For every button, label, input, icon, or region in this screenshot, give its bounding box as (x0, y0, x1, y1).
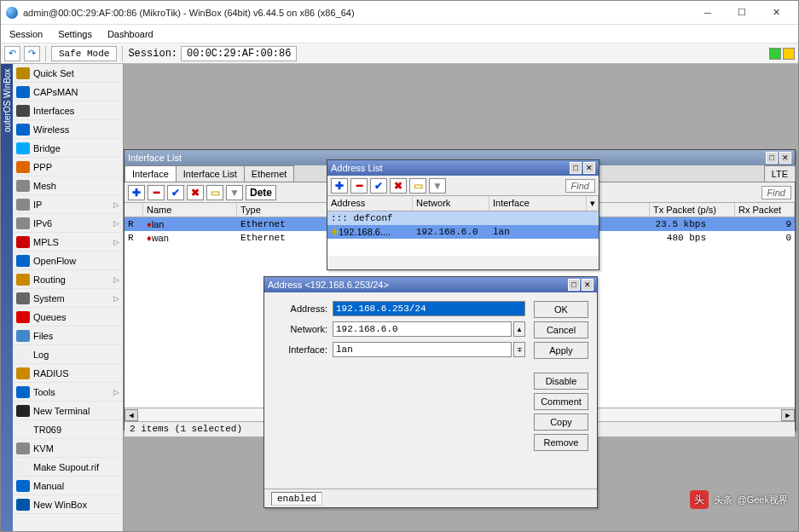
sidebar-icon (16, 424, 30, 436)
addr-remove-button[interactable]: ━ (350, 178, 368, 194)
session-label: Session: (128, 48, 177, 60)
remove-button[interactable]: Remove (534, 434, 588, 451)
addrdlg-close-icon[interactable]: ✕ (582, 279, 593, 291)
sidebar-item-mpls[interactable]: MPLS▷ (13, 233, 123, 252)
col-dropdown-icon[interactable]: ▾ (587, 196, 599, 211)
sidebar-item-wireless[interactable]: Wireless (13, 120, 123, 139)
filter-button[interactable]: ▼ (226, 185, 243, 200)
scroll-right-icon[interactable]: ► (781, 409, 795, 421)
col-name[interactable]: Name (143, 203, 237, 217)
iflist-min-icon[interactable]: □ (766, 152, 778, 164)
sidebar-item-kvm[interactable]: KVM (13, 439, 123, 458)
sidebar-item-files[interactable]: Files (13, 327, 123, 345)
iflist-close-icon[interactable]: ✕ (779, 152, 791, 164)
sidebar-item-bridge[interactable]: Bridge (13, 139, 123, 158)
remove-button[interactable]: ━ (148, 185, 165, 200)
sidebar-item-label: CAPsMAN (33, 87, 78, 97)
enable-button[interactable]: ✔ (167, 185, 184, 200)
comment-button[interactable]: Comment (534, 393, 588, 410)
interface-dropdown-icon[interactable]: ∓ (513, 342, 525, 357)
redo-button[interactable]: ↷ (24, 46, 40, 61)
interface-input[interactable] (333, 342, 512, 357)
sidebar-item-interfaces[interactable]: Interfaces (13, 101, 123, 120)
addr-group-row[interactable]: ::: defconf (327, 211, 599, 225)
tab-interface[interactable]: Interface (124, 165, 177, 182)
apply-button[interactable]: Apply (534, 342, 588, 359)
col-txp[interactable]: Tx Packet (p/s) (650, 203, 735, 217)
safe-mode-button[interactable]: Safe Mode (51, 46, 117, 61)
sidebar-item-label: Manual (33, 481, 64, 491)
address-input[interactable] (333, 301, 525, 316)
network-input[interactable] (333, 321, 512, 337)
sidebar-item-new-terminal[interactable]: New Terminal (13, 402, 123, 420)
tab-lte[interactable]: LTE (764, 165, 796, 182)
sidebar-item-label: RADIUS (33, 368, 69, 379)
window-title: admin@00:0C:29:AF:00:86 (MikroTik) - Win… (23, 8, 691, 18)
sidebar-item-label: System (33, 293, 65, 304)
menubar: Session Settings Dashboard (1, 25, 798, 43)
sidebar-item-routing[interactable]: Routing▷ (13, 270, 123, 289)
sidebar-item-ipv6[interactable]: IPv6▷ (13, 214, 123, 233)
workspace: Interface List □ ✕ Interface Interface L… (124, 64, 798, 531)
close-button[interactable]: ✕ (759, 3, 793, 22)
sidebar-icon (16, 217, 30, 229)
network-label: Network: (273, 324, 333, 334)
col-network[interactable]: Network (413, 196, 489, 211)
sidebar-icon (16, 292, 30, 304)
col-type[interactable]: Type (237, 203, 331, 217)
detect-button[interactable]: Dete (246, 185, 276, 200)
sidebar-item-radius[interactable]: RADIUS (13, 364, 123, 383)
sidebar-item-openflow[interactable]: OpenFlow (13, 252, 123, 270)
sidebar-item-queues[interactable]: Queues (13, 308, 123, 327)
addr-comment-button[interactable]: ▭ (409, 178, 426, 194)
col-interface[interactable]: Interface (489, 196, 587, 211)
minimize-button[interactable]: ─ (691, 3, 725, 22)
sidebar-item-manual[interactable]: Manual (13, 477, 123, 495)
network-up-icon[interactable]: ▲ (513, 321, 525, 337)
menu-session[interactable]: Session (9, 29, 43, 39)
addr-find-button[interactable]: Find (565, 179, 595, 193)
sidebar-item-capsman[interactable]: CAPsMAN (13, 83, 123, 101)
col-address[interactable]: Address (327, 196, 413, 211)
add-button[interactable]: ✚ (128, 185, 145, 200)
addr-add-button[interactable]: ✚ (331, 178, 348, 194)
find-button[interactable]: Find (761, 186, 791, 200)
tab-ethernet[interactable]: Ethernet (244, 165, 295, 182)
copy-button[interactable]: Copy (534, 413, 588, 431)
comment-button[interactable]: ▭ (206, 185, 223, 200)
tab-interface-list[interactable]: Interface List (176, 165, 245, 182)
sidebar-item-ppp[interactable]: PPP (13, 158, 123, 176)
addrdlg-min-icon[interactable]: □ (568, 279, 580, 291)
col-rxp[interactable]: Rx Packet (735, 203, 795, 217)
sidebar-item-tools[interactable]: Tools▷ (13, 383, 123, 402)
col-flag[interactable] (124, 203, 143, 217)
menu-settings[interactable]: Settings (58, 29, 92, 39)
sidebar-item-quick-set[interactable]: Quick Set (13, 64, 123, 83)
sidebar-item-label: Files (33, 331, 53, 341)
disable-button[interactable]: Disable (534, 373, 588, 390)
scroll-left-icon[interactable]: ◄ (124, 409, 138, 421)
ok-button[interactable]: OK (534, 301, 588, 318)
addr-row[interactable]: ✚192.168.6.... 192.168.6.0 lan (327, 225, 599, 239)
addr-disable-button[interactable]: ✖ (390, 178, 407, 194)
sidebar-icon (16, 67, 30, 79)
menu-dashboard[interactable]: Dashboard (107, 29, 153, 39)
sidebar-icon (16, 405, 30, 417)
sidebar-item-mesh[interactable]: Mesh (13, 176, 123, 195)
enabled-status: enabled (271, 492, 322, 506)
sidebar-item-system[interactable]: System▷ (13, 289, 123, 308)
undo-button[interactable]: ↶ (4, 46, 20, 61)
addrlist-close-icon[interactable]: ✕ (583, 162, 595, 174)
sidebar-item-log[interactable]: Log (13, 345, 123, 364)
sidebar-item-make-supout.rif[interactable]: Make Supout.rif (13, 458, 123, 477)
sidebar-item-ip[interactable]: IP▷ (13, 195, 123, 214)
disable-button[interactable]: ✖ (187, 185, 204, 200)
addrlist-min-icon[interactable]: □ (570, 162, 582, 174)
sidebar-icon (16, 180, 30, 192)
maximize-button[interactable]: ☐ (725, 3, 759, 22)
addr-enable-button[interactable]: ✔ (370, 178, 387, 194)
sidebar-item-new-winbox[interactable]: New WinBox (13, 495, 123, 514)
sidebar-item-tr069[interactable]: TR069 (13, 420, 123, 439)
addr-filter-button[interactable]: ▼ (429, 178, 446, 194)
cancel-button[interactable]: Cancel (534, 321, 588, 338)
